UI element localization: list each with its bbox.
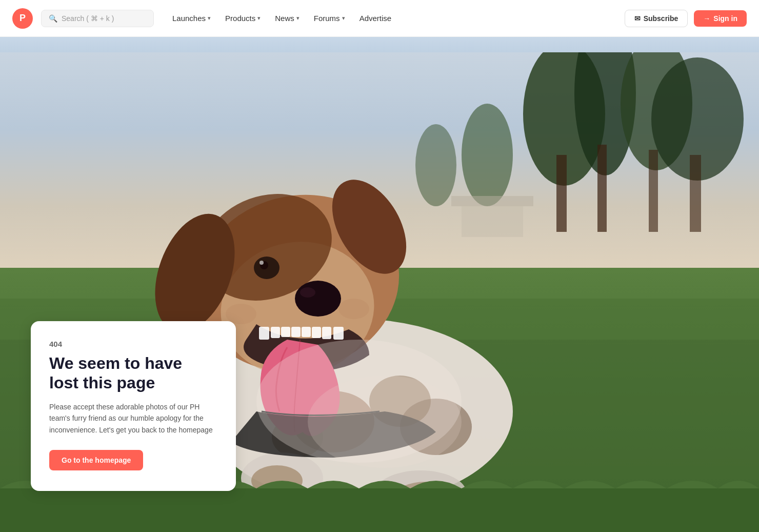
svg-point-29 (295, 281, 341, 317)
svg-rect-33 (281, 327, 290, 337)
nav-item-news[interactable]: News ▾ (269, 10, 306, 27)
svg-rect-6 (556, 155, 567, 232)
error-code: 404 (49, 340, 217, 348)
nav-item-launches[interactable]: Launches ▾ (166, 10, 217, 27)
svg-rect-7 (597, 145, 607, 232)
chevron-down-icon: ▾ (296, 15, 299, 22)
homepage-button[interactable]: Go to the homepage (49, 450, 143, 470)
svg-rect-35 (302, 327, 311, 337)
search-placeholder: Search ( ⌘ + k ) (62, 14, 114, 23)
svg-rect-38 (333, 327, 344, 340)
subscribe-icon: ✉ (634, 14, 641, 23)
svg-rect-31 (259, 327, 269, 340)
svg-rect-36 (312, 327, 321, 338)
hero-section: 404 We seem to have lost this page Pleas… (0, 37, 759, 532)
nav-item-forums[interactable]: Forums ▾ (308, 10, 351, 27)
search-icon: 🔍 (49, 14, 57, 23)
svg-point-30 (300, 287, 315, 298)
chevron-down-icon: ▾ (208, 15, 211, 22)
chevron-down-icon: ▾ (257, 15, 261, 22)
svg-rect-11 (690, 155, 701, 232)
svg-point-28 (259, 261, 264, 265)
error-description: Please accept these adorable photos of o… (49, 401, 217, 436)
svg-point-46 (308, 376, 462, 468)
svg-rect-47 (0, 488, 759, 532)
svg-point-13 (415, 124, 456, 206)
svg-point-40 (338, 299, 369, 319)
nav-item-products[interactable]: Products ▾ (219, 10, 267, 27)
signin-icon: → (703, 14, 710, 23)
search-bar[interactable]: 🔍 Search ( ⌘ + k ) (41, 10, 154, 27)
svg-rect-10 (649, 150, 658, 232)
svg-rect-14 (462, 206, 523, 237)
nav-links: Launches ▾ Products ▾ News ▾ Forums ▾ Ad… (166, 10, 625, 27)
svg-rect-32 (271, 327, 280, 338)
subscribe-button[interactable]: ✉ Subscribe (625, 10, 688, 27)
nav-actions: ✉ Subscribe → Sign in (625, 10, 747, 27)
svg-rect-15 (451, 196, 533, 206)
svg-rect-37 (322, 327, 331, 339)
nav-item-advertise[interactable]: Advertise (353, 10, 398, 27)
error-card: 404 We seem to have lost this page Pleas… (31, 321, 236, 491)
chevron-down-icon: ▾ (342, 15, 345, 22)
svg-rect-34 (291, 327, 301, 337)
logo[interactable]: P (12, 8, 33, 29)
error-title: We seem to have lost this page (49, 353, 217, 393)
svg-point-12 (462, 104, 513, 206)
navbar: P 🔍 Search ( ⌘ + k ) Launches ▾ Products… (0, 0, 759, 37)
signin-button[interactable]: → Sign in (694, 10, 747, 27)
